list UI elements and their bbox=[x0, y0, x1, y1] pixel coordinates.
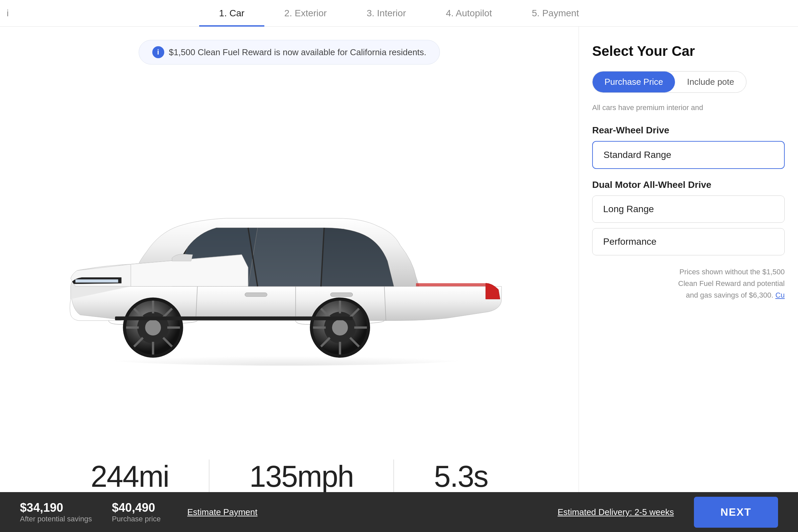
nav-step-car[interactable]: 1. Car bbox=[199, 0, 264, 26]
bottom-bar: $34,190 After potential savings $40,490 … bbox=[0, 492, 798, 532]
nav-step-payment[interactable]: 5. Payment bbox=[512, 0, 599, 26]
disclaimer-link[interactable]: Cu bbox=[775, 291, 785, 299]
bottom-prices: $34,190 After potential savings $40,490 … bbox=[20, 501, 258, 524]
awd-section: Dual Motor All-Wheel Drive Long Range Pe… bbox=[592, 179, 785, 255]
car-svg bbox=[20, 147, 558, 370]
main-layout: i $1,500 Clean Fuel Reward is now availa… bbox=[0, 26, 798, 532]
awd-title: Dual Motor All-Wheel Drive bbox=[592, 179, 785, 190]
nav-steps: 1. Car 2. Exterior 3. Interior 4. Autopi… bbox=[199, 0, 599, 26]
standard-range-option[interactable]: Standard Range bbox=[592, 141, 785, 169]
svg-rect-29 bbox=[115, 317, 353, 320]
rwd-section: Rear-Wheel Drive Standard Range bbox=[592, 125, 785, 169]
after-savings-block: $34,190 After potential savings bbox=[20, 501, 92, 524]
top-nav: i 1. Car 2. Exterior 3. Interior 4. Auto… bbox=[0, 0, 798, 26]
nav-step-interior[interactable]: 3. Interior bbox=[347, 0, 426, 26]
purchase-price-value: $40,490 bbox=[112, 501, 160, 515]
purchase-price-btn[interactable]: Purchase Price bbox=[592, 72, 675, 92]
info-icon: i bbox=[152, 46, 164, 58]
purchase-price-label: Purchase price bbox=[112, 515, 160, 524]
stat-range-value: 244mi bbox=[91, 459, 169, 494]
reward-banner: i $1,500 Clean Fuel Reward is now availa… bbox=[139, 40, 440, 64]
delivery-text: Estimated Delivery: 2-5 weeks bbox=[557, 507, 674, 517]
svg-rect-4 bbox=[330, 293, 353, 297]
svg-point-20 bbox=[332, 320, 348, 336]
svg-point-8 bbox=[145, 320, 161, 336]
nav-step-autopilot[interactable]: 4. Autopilot bbox=[426, 0, 512, 26]
after-savings-label: After potential savings bbox=[20, 515, 92, 524]
include-potential-btn[interactable]: Include pote bbox=[675, 72, 746, 92]
rwd-title: Rear-Wheel Drive bbox=[592, 125, 785, 136]
stat-speed-value: 135mph bbox=[249, 459, 354, 494]
sidebar-title: Select Your Car bbox=[592, 43, 785, 59]
right-sidebar: Select Your Car Purchase Price Include p… bbox=[578, 26, 798, 532]
next-button[interactable]: NEXT bbox=[694, 497, 778, 528]
standard-range-name: Standard Range bbox=[604, 150, 773, 160]
estimate-payment-link[interactable]: Estimate Payment bbox=[187, 507, 258, 517]
left-content: i $1,500 Clean Fuel Reward is now availa… bbox=[0, 26, 578, 532]
price-toggle: Purchase Price Include pote bbox=[592, 71, 746, 93]
car-illustration bbox=[20, 147, 558, 369]
disclaimer: Prices shown without the $1,500 Clean Fu… bbox=[592, 266, 785, 301]
stat-accel-value: 5.3s bbox=[434, 459, 488, 494]
after-savings-price: $34,190 bbox=[20, 501, 92, 515]
performance-option[interactable]: Performance bbox=[592, 228, 785, 255]
sidebar-subtitle: All cars have premium interior and bbox=[592, 102, 785, 113]
purchase-price-block: $40,490 Purchase price bbox=[112, 501, 160, 524]
nav-logo: i bbox=[7, 8, 8, 19]
car-image-area bbox=[0, 78, 578, 440]
performance-name: Performance bbox=[603, 236, 774, 247]
reward-text: $1,500 Clean Fuel Reward is now availabl… bbox=[169, 47, 426, 58]
nav-step-exterior[interactable]: 2. Exterior bbox=[264, 0, 347, 26]
long-range-option[interactable]: Long Range bbox=[592, 195, 785, 223]
long-range-name: Long Range bbox=[603, 204, 774, 214]
svg-rect-3 bbox=[245, 293, 267, 297]
